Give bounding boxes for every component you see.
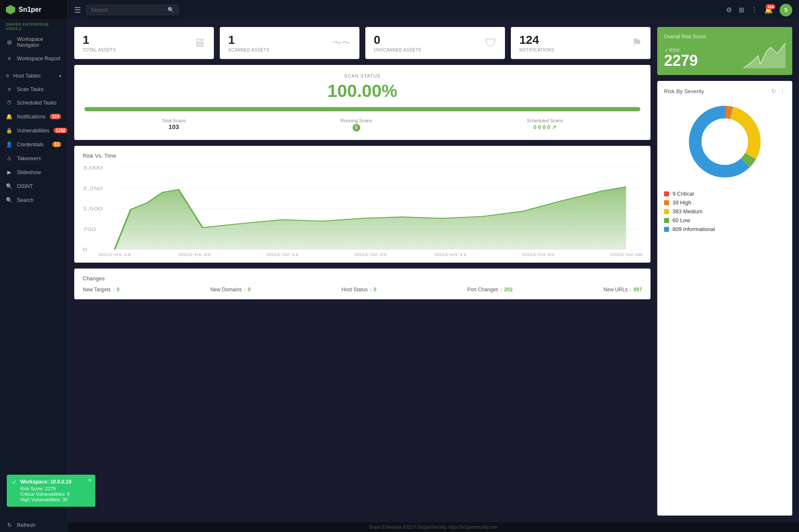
- chevron-icon: ▾: [59, 74, 61, 78]
- changes-card: Changes New Targets ↕ 0 New Domains ↕ 0 …: [74, 269, 651, 299]
- sidebar-item-slideshow[interactable]: ▶ Slideshow: [0, 165, 67, 179]
- chart-area: 3,000 2,250 1,500 750 0: [83, 163, 642, 256]
- sidebar-item-label: Host Tables: [13, 73, 40, 79]
- toast-close-button[interactable]: ✕: [88, 477, 92, 483]
- search-submit-icon[interactable]: 🔍: [167, 7, 174, 13]
- arrow-icon: ↕: [243, 287, 246, 293]
- informational-dot: [664, 227, 669, 232]
- refresh-icon: ↻: [6, 522, 13, 528]
- more-chart-icon[interactable]: ⋮: [780, 88, 786, 94]
- svg-text:750: 750: [83, 226, 96, 231]
- risk-chart-svg: 3,000 2,250 1,500 750 0: [83, 163, 642, 256]
- sidebar-item-search[interactable]: 🔍 Search: [0, 193, 67, 207]
- unscanned-assets-icon: 🛡: [485, 36, 497, 50]
- scan-status-title: SCAN STATUS: [84, 73, 640, 78]
- toast-line-1: Risk Score: 2279: [20, 486, 71, 491]
- critical-dot: [664, 191, 669, 196]
- stat-total-assets: 1 TOTAL ASSETS 🖥: [74, 27, 214, 59]
- sidebar-item-osint[interactable]: 🔍 OSINT: [0, 179, 67, 193]
- low-label: 60 Low: [672, 217, 690, 223]
- svg-text:0: 0: [83, 247, 87, 252]
- footer-bar: Sniper Enterprise 2022 © Sn1perSecurity.…: [67, 522, 799, 532]
- credentials-badge: 11: [52, 142, 61, 147]
- app-name: Sn1per: [19, 6, 41, 13]
- user-avatar[interactable]: S: [780, 4, 792, 16]
- toast-line-3: High Vulnerabilities: 39: [20, 497, 71, 502]
- changes-row: New Targets ↕ 0 New Domains ↕ 0 Host Sta…: [83, 287, 642, 293]
- sidebar-item-vulnerabilities[interactable]: 🔒 Vulnerabilities 1292: [0, 124, 67, 137]
- svg-text:2022-03-25: 2022-03-25: [522, 253, 555, 256]
- sidebar-item-scheduled-tasks[interactable]: ⏱ Scheduled Tasks: [0, 96, 67, 110]
- low-dot: [664, 218, 669, 223]
- sidebar-item-notifications[interactable]: 🔔 Notifications 124: [0, 110, 67, 124]
- enterprise-label: SNIPER ENTERPRISE V2022.2: [0, 20, 67, 32]
- sidebar-divider: [0, 67, 67, 67]
- right-panel: Overall Risk Score ↗ RISK 2279 Risk By S…: [657, 27, 792, 516]
- scan-progress-fill: [84, 107, 640, 111]
- grid-icon[interactable]: ⊞: [739, 6, 744, 14]
- running-dot: 0: [353, 124, 360, 132]
- sidebar-header: Sn1per: [0, 0, 67, 20]
- vulnerabilities-badge: 1292: [54, 128, 67, 133]
- notifications-label: NOTIFICATIONS: [519, 48, 554, 52]
- donut-hole: [702, 118, 748, 165]
- sidebar-item-scan-tasks[interactable]: ≡ Scan Tasks: [0, 83, 67, 96]
- sidebar-item-workspace-report[interactable]: ≡ Workspace Report: [0, 52, 67, 65]
- critical-label: 9 Critical: [672, 191, 694, 197]
- arrow-icon: ↕: [500, 287, 502, 293]
- search-box[interactable]: 🔍: [86, 5, 179, 15]
- scanned-assets-label: SCANNED ASSETS: [228, 48, 270, 52]
- total-scans-label: Total Scans: [162, 118, 186, 123]
- change-port-changes: Port Changes ↕ 202: [467, 287, 513, 293]
- running-scans-stat: Running Scans 0: [340, 118, 372, 132]
- more-icon[interactable]: ⋮: [751, 6, 758, 14]
- refresh-chart-icon[interactable]: ↻: [771, 88, 776, 94]
- arrow-icon: ↕: [629, 287, 632, 293]
- main-area: ☰ 🔍 ⚙ ⊞ ⋮ 🔔 124 S 1 TOTAL ASSETS: [67, 0, 799, 532]
- severity-title: Risk By Severity: [664, 88, 704, 94]
- changes-title: Changes: [83, 275, 642, 282]
- sidebar-item-label: Vulnerabilities: [17, 128, 49, 134]
- scan-status-percent: 100.00%: [84, 81, 640, 101]
- search-icon: 🔍: [6, 197, 13, 203]
- change-new-domains: New Domains ↕ 0: [211, 287, 251, 293]
- sidebar-item-workspace-navigator[interactable]: ⊞ Workspace Navigator: [0, 32, 67, 52]
- scheduled-scans-label: Scheduled Scans: [527, 118, 563, 123]
- risk-score-card: Overall Risk Score ↗ RISK 2279: [657, 27, 792, 75]
- severity-legend: 9 Critical 39 High 383 Medium 60 Low: [664, 191, 786, 232]
- change-new-targets: New Targets ↕ 0: [83, 287, 119, 293]
- settings-icon[interactable]: ⚙: [726, 6, 732, 14]
- credentials-icon: 👤: [6, 141, 13, 148]
- svg-text:3,000: 3,000: [83, 165, 103, 170]
- running-scans-value: 0: [340, 123, 372, 132]
- sidebar-item-label: Slideshow: [17, 169, 41, 175]
- chart-title: Risk Vs. Time: [83, 153, 642, 159]
- total-scans-stat: Total Scans 103: [162, 118, 186, 132]
- stat-unscanned-assets: 0 UNSCANNED ASSETS 🛡: [365, 27, 505, 59]
- severity-card: Risk By Severity ↻ ⋮: [657, 81, 792, 516]
- sidebar-item-label: Scheduled Tasks: [17, 100, 57, 106]
- risk-mini-chart: [743, 43, 786, 68]
- sidebar-item-host-tables[interactable]: ≡ Host Tables ▾: [0, 69, 67, 83]
- informational-label: 809 Informational: [672, 226, 715, 232]
- medium-label: 383 Medium: [672, 208, 703, 215]
- sidebar-item-takeovers[interactable]: ⚠ Takeovers: [0, 151, 67, 165]
- topbar-notif-badge: 124: [766, 4, 775, 9]
- legend-medium: 383 Medium: [664, 208, 786, 215]
- topbar-notifications[interactable]: 🔔 124: [764, 6, 773, 14]
- footer-text: Sniper Enterprise 2022 © Sn1perSecurity.…: [369, 525, 497, 529]
- search-input[interactable]: [91, 7, 165, 13]
- legend-critical: 9 Critical: [664, 191, 786, 197]
- toast-line-2: Critical Vulnerabilities: 9: [20, 492, 71, 497]
- sidebar: Sn1per SNIPER ENTERPRISE V2022.2 ⊞ Works…: [0, 0, 67, 532]
- scan-tasks-icon: ≡: [6, 86, 13, 92]
- sidebar-item-label: Credentials: [17, 142, 43, 148]
- unscanned-assets-value: 0: [374, 34, 421, 47]
- arrow-icon: ↕: [112, 287, 115, 293]
- sidebar-item-refresh[interactable]: ↻ Refresh: [0, 518, 67, 532]
- stat-scanned-assets: 1 SCANNED ASSETS 〜〜: [220, 27, 359, 59]
- hamburger-button[interactable]: ☰: [74, 5, 81, 15]
- donut-container: [664, 99, 786, 184]
- sidebar-item-credentials[interactable]: 👤 Credentials 11: [0, 137, 67, 151]
- severity-header-icons: ↻ ⋮: [771, 88, 786, 94]
